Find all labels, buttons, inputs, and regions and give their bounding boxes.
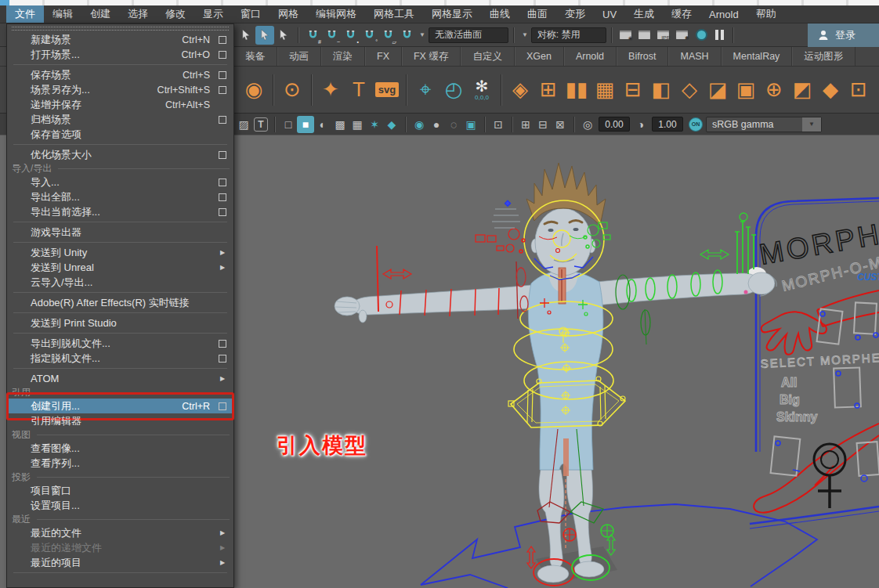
menu-item-option-slot[interactable] xyxy=(218,459,227,468)
shelf-button-mirror-geometry-icon[interactable]: ▮▮ xyxy=(562,75,591,105)
snap-button-make-live-icon[interactable] xyxy=(397,26,416,45)
menu-item-export-all[interactable]: 导出全部... xyxy=(7,189,233,204)
color-management-toggle[interactable]: ON xyxy=(689,117,703,132)
right-arm[interactable] xyxy=(597,273,758,305)
chevron-down-icon[interactable]: ▼ xyxy=(802,117,821,132)
shelf-button-combine-mesh-icon[interactable]: ◈ xyxy=(506,75,534,105)
menu-item-option-slot[interactable] xyxy=(218,193,227,202)
menu-item-option-slot[interactable]: ▶ xyxy=(218,374,227,384)
menu-item-game-exporter[interactable]: 游戏导出器 xyxy=(7,225,233,240)
menu-item-save-preferences[interactable]: 保存首选项 xyxy=(7,127,233,142)
option-box-icon[interactable] xyxy=(219,208,226,216)
menu-item-option-slot[interactable] xyxy=(218,115,227,124)
menu-item-export-to-offline-file[interactable]: 导出到脱机文件... xyxy=(7,336,233,351)
right-foot[interactable] xyxy=(574,561,604,577)
menubar-item-uv[interactable]: UV xyxy=(594,5,625,23)
record-button[interactable] xyxy=(696,29,707,41)
shelf-button-svg-tool-icon[interactable]: svg xyxy=(373,75,401,105)
shelf-button-smooth-mesh-icon[interactable]: ▦ xyxy=(591,75,619,105)
viewport-toolbar-button-shadows-icon[interactable]: ◆ xyxy=(383,116,400,133)
menu-item-option-slot[interactable]: ▶ xyxy=(218,558,227,568)
menu-item-option-slot[interactable] xyxy=(218,100,227,110)
viewport-toolbar-button-isolate-remove-icon[interactable]: ⊠ xyxy=(552,116,569,133)
render-button-render-current-frame-icon[interactable] xyxy=(635,26,654,45)
menu-item-option-slot[interactable] xyxy=(218,150,227,160)
menu-item-project-window[interactable]: 项目窗口 xyxy=(7,483,233,498)
shelf-tab[interactable]: XGen xyxy=(515,47,564,66)
character-model[interactable] xyxy=(335,163,776,583)
menu-item-send-to-unreal[interactable]: 发送到 Unreal ▶ xyxy=(7,260,233,275)
viewport-toolbar-button-motion-blur-icon[interactable]: ◌ xyxy=(445,116,462,133)
menu-item-import[interactable]: 导入... xyxy=(7,175,233,189)
menu-item-option-slot[interactable] xyxy=(218,278,227,287)
menu-item-recent-increments[interactable]: 最近的递增文件 ▶ xyxy=(7,540,233,555)
symmetry-field[interactable]: 对称: 禁用 xyxy=(531,27,606,43)
menubar-item-cache[interactable]: 缓存 xyxy=(663,5,700,23)
shelf-button-fold-face-icon[interactable]: ◩ xyxy=(788,75,816,105)
menubar-item-surfaces[interactable]: 曲面 xyxy=(519,5,556,23)
option-box-icon[interactable] xyxy=(219,86,226,94)
shelf-button-platonic-solid-icon[interactable]: ⊙ xyxy=(278,75,306,105)
shelf-tab[interactable]: Arnold xyxy=(564,47,617,66)
left-hand[interactable] xyxy=(335,297,360,316)
option-box-icon[interactable] xyxy=(219,340,226,348)
left-foot[interactable] xyxy=(537,565,569,583)
exposure-icon[interactable]: ◎ xyxy=(579,116,596,133)
viewport-toolbar-button-isolate-add-icon[interactable]: ⊟ xyxy=(534,116,552,133)
shelf-tab[interactable]: 运动图形 xyxy=(792,47,855,66)
shelf-button-sphere-primitive-icon[interactable]: ◉ xyxy=(240,75,268,105)
menu-item-option-slot[interactable] xyxy=(218,417,227,426)
pause-button[interactable] xyxy=(715,30,724,40)
menu-item-send-to-unity[interactable]: 发送到 Unity ▶ xyxy=(7,245,233,260)
render-button-render-settings-icon[interactable]: ✱ xyxy=(673,26,692,45)
menu-item-option-slot[interactable] xyxy=(218,70,227,80)
menu-item-recent-files[interactable]: 最近的文件 ▶ xyxy=(7,525,233,540)
shelf-button-separate-mesh-icon[interactable]: ⊞ xyxy=(534,75,562,105)
menu-item-option-slot[interactable] xyxy=(218,130,227,139)
left-arm[interactable] xyxy=(353,285,531,315)
menu-item-option-slot[interactable] xyxy=(218,85,227,95)
shelf-button-duplicate-face-icon[interactable]: ◆ xyxy=(816,75,845,105)
viewport-toolbar-button-smooth-shaded-mode-icon[interactable]: ■ xyxy=(297,116,314,133)
menu-item-option-slot[interactable]: ▶ xyxy=(218,248,227,258)
viewport-toolbar-button-ambient-occlusion-icon[interactable]: ● xyxy=(428,116,445,133)
menu-item-option-slot[interactable] xyxy=(218,354,227,363)
menu-item-after-effects-live-link[interactable]: Adobe(R) After Effects(R) 实时链接 xyxy=(7,295,233,310)
green-right-controls[interactable] xyxy=(570,213,756,580)
shelf-tab[interactable]: MASH xyxy=(668,47,721,66)
menubar-item-mesh[interactable]: 网格 xyxy=(269,5,307,23)
menu-item-option-slot[interactable]: ▶ xyxy=(218,543,227,553)
menu-item-export-selection[interactable]: 导出当前选择... xyxy=(7,204,233,219)
chevron-down-icon[interactable]: ▼ xyxy=(522,31,528,38)
menu-item-option-slot[interactable] xyxy=(218,178,227,187)
viewport-toolbar-button-text-hud-icon[interactable]: T xyxy=(254,117,268,132)
viewport-toolbar-button-default-material-icon[interactable]: ◉ xyxy=(411,116,428,133)
menu-item-option-slot[interactable] xyxy=(218,298,227,308)
tool-button-select-object-tool-icon[interactable] xyxy=(255,26,274,45)
menu-item-save-scene[interactable]: 保存场景 Ctrl+S xyxy=(7,67,233,82)
render-button-ipr-render-icon[interactable]: IPR xyxy=(654,26,673,45)
viewport-toolbar-button-use-all-lights-icon[interactable]: ✶ xyxy=(366,116,383,133)
head[interactable] xyxy=(535,208,591,276)
menubar-item-edit-mesh[interactable]: 编辑网格 xyxy=(307,5,365,23)
menu-item-option-slot[interactable] xyxy=(218,339,227,348)
shelf-tab[interactable]: Bifrost xyxy=(617,47,668,66)
menu-item-send-to-print-studio[interactable]: 发送到 Print Studio xyxy=(7,316,233,330)
shelf-button-quad-draw-icon[interactable]: ◇ xyxy=(675,75,704,105)
menubar-item-deform[interactable]: 变形 xyxy=(556,5,594,23)
menu-item-option-slot[interactable] xyxy=(218,50,227,60)
menubar-item-curves[interactable]: 曲线 xyxy=(481,5,519,23)
shelf-button-star-primitive-icon[interactable]: ✦ xyxy=(317,75,345,105)
option-box-icon[interactable] xyxy=(219,179,226,186)
menu-item-optimize-scene-size[interactable]: 优化场景大小 xyxy=(7,147,233,162)
menubar-item-modify[interactable]: 修改 xyxy=(157,5,194,23)
menu-item-option-slot[interactable] xyxy=(218,207,227,217)
shelf-tab[interactable]: FX 缓存 xyxy=(402,47,461,66)
menubar-item-mesh-display[interactable]: 网格显示 xyxy=(423,5,481,23)
shelf-tab[interactable]: 渲染 xyxy=(321,47,365,66)
menu-item-option-slot[interactable] xyxy=(218,444,227,453)
menu-item-reference-editor[interactable]: 引用编辑器 xyxy=(7,413,233,428)
menu-item-option-slot[interactable] xyxy=(218,228,227,237)
login-button[interactable]: 登录 xyxy=(808,23,879,47)
menu-item-option-slot[interactable] xyxy=(218,486,227,496)
